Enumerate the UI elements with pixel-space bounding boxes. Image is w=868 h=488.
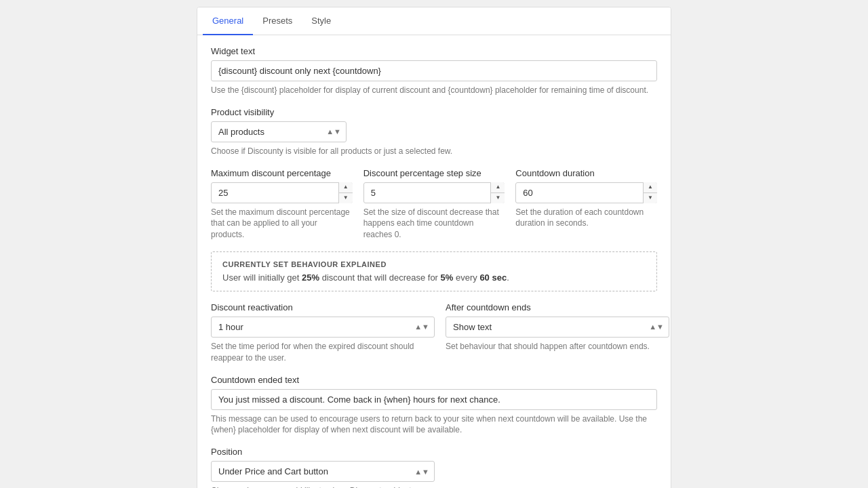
countdown-duration-up[interactable]: ▲ bbox=[644, 182, 657, 193]
countdown-duration-input[interactable] bbox=[515, 182, 657, 203]
max-discount-input[interactable] bbox=[211, 182, 353, 203]
widget-text-hint: Use the {discount} placeholder for displ… bbox=[211, 85, 657, 96]
widget-text-group: Widget text Use the {discount} placehold… bbox=[211, 46, 657, 96]
behaviour-prefix: User will initially get bbox=[222, 272, 302, 283]
after-countdown-select-wrapper: Show text Hide widget Do nothing ▲▼ bbox=[446, 317, 669, 338]
countdown-ended-text-input[interactable] bbox=[211, 389, 657, 410]
max-discount-spinner: ▲ ▼ bbox=[211, 182, 353, 203]
behaviour-step: 5% bbox=[441, 272, 454, 283]
reactivation-row: Discount reactivation 1 hour 2 hours 4 h… bbox=[211, 302, 657, 375]
max-discount-group: Maximum discount percentage ▲ ▼ Set the … bbox=[211, 168, 353, 241]
countdown-duration-label: Countdown duration bbox=[515, 168, 657, 178]
product-visibility-label: Product visibility bbox=[211, 107, 657, 117]
tab-general[interactable]: General bbox=[203, 7, 253, 35]
position-label: Position bbox=[211, 447, 657, 457]
discount-step-hint: Set the size of discount decrease that h… bbox=[363, 207, 505, 241]
product-visibility-group: Product visibility All products Selected… bbox=[211, 107, 657, 157]
after-countdown-label: After countdown ends bbox=[446, 302, 669, 312]
after-countdown-group: After countdown ends Show text Hide widg… bbox=[446, 302, 669, 364]
tab-content: Widget text Use the {discount} placehold… bbox=[197, 35, 671, 488]
countdown-duration-arrows: ▲ ▼ bbox=[643, 182, 657, 203]
tab-presets[interactable]: Presets bbox=[253, 7, 302, 35]
max-discount-hint: Set the maximum discount percentage that… bbox=[211, 207, 353, 241]
behaviour-discount: 25% bbox=[302, 272, 319, 283]
behaviour-suffix: . bbox=[507, 272, 509, 283]
tab-bar: General Presets Style bbox=[197, 7, 671, 35]
product-visibility-select[interactable]: All products Selected products bbox=[211, 121, 347, 142]
discount-reactivation-select[interactable]: 1 hour 2 hours 4 hours 8 hours 24 hours bbox=[211, 317, 435, 338]
settings-card: General Presets Style Widget text Use th… bbox=[197, 7, 671, 488]
countdown-ended-text-group: Countdown ended text This message can be… bbox=[211, 375, 657, 436]
position-hint: Choose where you would like to place Dis… bbox=[211, 485, 657, 488]
discount-step-arrows: ▲ ▼ bbox=[490, 182, 505, 203]
countdown-duration-spinner: ▲ ▼ bbox=[515, 182, 657, 203]
countdown-ended-text-hint: This message can be used to encourage us… bbox=[211, 413, 657, 436]
discount-step-input[interactable] bbox=[363, 182, 505, 203]
behaviour-title: CURRENTLY SET BEHAVIOUR EXPLAINED bbox=[222, 260, 646, 268]
max-discount-label: Maximum discount percentage bbox=[211, 168, 353, 178]
behaviour-mid: discount that will decrease for bbox=[319, 272, 440, 283]
discount-step-up[interactable]: ▲ bbox=[491, 182, 505, 193]
product-visibility-select-wrapper: All products Selected products ▲▼ bbox=[211, 121, 347, 142]
discount-step-group: Discount percentage step size ▲ ▼ Set th… bbox=[363, 168, 505, 241]
discount-step-spinner: ▲ ▼ bbox=[363, 182, 505, 203]
after-countdown-hint: Set behaviour that should happen after c… bbox=[446, 341, 669, 352]
discount-step-down[interactable]: ▼ bbox=[491, 193, 505, 203]
max-discount-arrows: ▲ ▼ bbox=[338, 182, 353, 203]
discount-reactivation-group: Discount reactivation 1 hour 2 hours 4 h… bbox=[211, 302, 435, 364]
discount-step-label: Discount percentage step size bbox=[363, 168, 505, 178]
countdown-duration-down[interactable]: ▼ bbox=[644, 193, 657, 203]
product-visibility-hint: Choose if Discounty is visible for all p… bbox=[211, 146, 657, 157]
widget-text-input[interactable] bbox=[211, 60, 657, 81]
behaviour-every: every bbox=[453, 272, 479, 283]
behaviour-box: CURRENTLY SET BEHAVIOUR EXPLAINED User w… bbox=[211, 251, 657, 291]
discount-row: Maximum discount percentage ▲ ▼ Set the … bbox=[211, 168, 657, 251]
behaviour-duration: 60 sec bbox=[479, 272, 507, 283]
max-discount-up[interactable]: ▲ bbox=[339, 182, 353, 193]
widget-text-label: Widget text bbox=[211, 46, 657, 56]
position-group: Position Under Price and Cart button Abo… bbox=[211, 447, 657, 488]
countdown-duration-group: Countdown duration ▲ ▼ Set the duration … bbox=[515, 168, 657, 241]
discount-reactivation-label: Discount reactivation bbox=[211, 302, 435, 312]
position-select[interactable]: Under Price and Cart button Above Price … bbox=[211, 461, 435, 482]
position-select-wrapper: Under Price and Cart button Above Price … bbox=[211, 461, 435, 482]
discount-reactivation-select-wrapper: 1 hour 2 hours 4 hours 8 hours 24 hours … bbox=[211, 317, 435, 338]
after-countdown-select[interactable]: Show text Hide widget Do nothing bbox=[446, 317, 669, 338]
countdown-ended-text-label: Countdown ended text bbox=[211, 375, 657, 385]
countdown-duration-hint: Set the duration of each countdown durat… bbox=[515, 207, 657, 230]
behaviour-text: User will initially get 25% discount tha… bbox=[222, 272, 646, 283]
max-discount-down[interactable]: ▼ bbox=[339, 193, 353, 203]
tab-style[interactable]: Style bbox=[302, 7, 340, 35]
discount-reactivation-hint: Set the time period for when the expired… bbox=[211, 341, 435, 364]
